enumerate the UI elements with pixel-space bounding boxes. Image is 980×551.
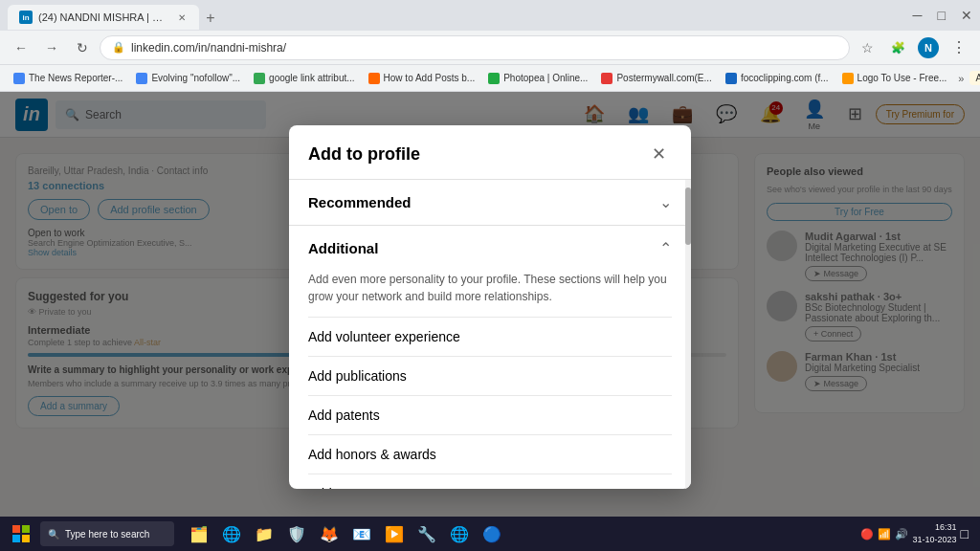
bookmark-label: Photopea | Online... [503, 73, 588, 83]
bookmark-icon [136, 73, 147, 84]
new-tab-button[interactable]: + [199, 7, 222, 30]
extensions-button[interactable]: 🧩 [884, 34, 911, 61]
taskbar: 🔍 Type here to search 🗂️ 🌐 📁 🛡️ 🦊 📧 ▶️ 🔧… [0, 517, 980, 551]
bookmark-all[interactable]: All Bookmarks [969, 71, 980, 85]
url-text: linkedin.com/in/nandni-mishra/ [131, 41, 286, 55]
modal-body[interactable]: Recommended ⌄ Additional ⌃ Add even more… [289, 180, 691, 489]
bookmark-item[interactable]: Logo To Use - Free... [836, 71, 953, 86]
svg-rect-3 [22, 535, 30, 542]
bookmark-icon [601, 73, 612, 84]
bookmark-icon [842, 73, 854, 84]
notification-area[interactable]: 🔴 📶 🔊 [860, 528, 908, 540]
bookmark-item[interactable]: Postermywall.com(E... [595, 71, 717, 86]
taskbar-icon-firefox[interactable]: 🦊 [314, 518, 345, 549]
volume-icon: 🔊 [895, 528, 908, 540]
taskbar-icon-media[interactable]: ▶️ [379, 518, 410, 549]
bookmark-label: How to Add Posts b... [384, 73, 476, 83]
modal-header: Add to profile ✕ [289, 125, 691, 180]
start-button[interactable] [4, 517, 38, 551]
additional-section-content: Add even more personality to your profil… [289, 271, 691, 489]
add-volunteer-item[interactable]: Add volunteer experience [308, 317, 672, 356]
recommended-chevron: ⌄ [659, 193, 672, 211]
svg-rect-0 [12, 525, 20, 533]
red-dot-icon: 🔴 [860, 528, 874, 540]
browser-nav-bar: ← → ↻ 🔒 linkedin.com/in/nandni-mishra/ ☆… [0, 31, 980, 65]
bookmark-label: The News Reporter-... [29, 73, 122, 83]
taskbar-icon-mail[interactable]: 📧 [346, 518, 377, 549]
additional-section-header[interactable]: Additional ⌃ [289, 226, 691, 271]
svg-rect-1 [22, 525, 30, 533]
profile-button[interactable]: N [915, 34, 942, 61]
taskbar-icon-edge[interactable]: 🌐 [444, 518, 475, 549]
additional-section: Additional ⌃ Add even more personality t… [289, 226, 691, 489]
modal-title: Add to profile [308, 144, 420, 165]
taskbar-search-label: Type here to search [65, 529, 149, 540]
active-tab[interactable]: in (24) NANDNI MISHRA | LinkedIn ✕ [8, 5, 199, 30]
show-desktop-button[interactable]: □ [961, 526, 969, 541]
bookmark-item[interactable]: fococlipping.com (f... [720, 71, 835, 86]
forward-button[interactable]: → [38, 34, 65, 61]
add-test-scores-item[interactable]: Add test scores [308, 474, 672, 489]
modal-close-button[interactable]: ✕ [645, 141, 672, 167]
tab-favicon: in [19, 11, 33, 24]
close-window-button[interactable]: ✕ [961, 8, 972, 23]
taskbar-search-icon: 🔍 [48, 529, 59, 540]
taskbar-icon-chrome[interactable]: 🔵 [477, 518, 507, 549]
bookmark-label: Logo To Use - Free... [858, 73, 947, 83]
bookmark-item[interactable]: Evolving "nofollow"... [130, 71, 246, 86]
title-bar: in (24) NANDNI MISHRA | LinkedIn ✕ + ─ □… [0, 0, 980, 31]
taskbar-search[interactable]: 🔍 Type here to search [40, 521, 174, 546]
recommended-section-title: Recommended [308, 194, 412, 210]
bookmark-button[interactable]: ☆ [854, 34, 880, 61]
taskbar-icon-widgets[interactable]: 🗂️ [184, 518, 214, 549]
additional-section-desc: Add even more personality to your profil… [308, 271, 672, 305]
bookmark-icon [368, 73, 380, 84]
window-controls: ─ □ ✕ [913, 8, 972, 23]
date-display: 31-10-2023 [912, 534, 956, 546]
add-patents-item[interactable]: Add patents [308, 395, 672, 434]
recommended-section: Recommended ⌄ [289, 180, 691, 226]
refresh-button[interactable]: ↻ [69, 34, 96, 61]
minimize-button[interactable]: ─ [913, 8, 923, 23]
taskbar-right: 🔴 📶 🔊 16:31 31-10-2023 □ [860, 521, 976, 545]
system-clock[interactable]: 16:31 31-10-2023 [912, 521, 956, 545]
address-bar[interactable]: 🔒 linkedin.com/in/nandni-mishra/ [100, 35, 850, 60]
tab-title: (24) NANDNI MISHRA | LinkedIn [38, 11, 167, 23]
scroll-indicator[interactable] [685, 180, 691, 489]
linkedin-page: in 🔍 Search 🏠 👥 💼 💬 🔔 24 👤 [0, 92, 980, 522]
recommended-section-header[interactable]: Recommended ⌄ [289, 180, 691, 225]
scroll-thumb [685, 187, 691, 245]
bookmark-item[interactable]: How to Add Posts b... [363, 71, 481, 86]
add-honors-item[interactable]: Add honors & awards [308, 434, 672, 474]
time-display: 16:31 [912, 521, 956, 534]
taskbar-icon-browser[interactable]: 🌐 [216, 518, 247, 549]
bookmark-label: google link attribut... [269, 73, 355, 83]
bookmark-item[interactable]: The News Reporter-... [8, 71, 128, 86]
bookmark-icon [725, 73, 737, 84]
maximize-button[interactable]: □ [938, 8, 946, 23]
svg-rect-2 [12, 535, 20, 542]
bookmark-label: Postermywall.com(E... [616, 73, 711, 83]
taskbar-icon-tool[interactable]: 🔧 [412, 518, 442, 549]
bookmark-item[interactable]: Photopea | Online... [482, 71, 593, 86]
additional-chevron: ⌃ [659, 239, 672, 257]
modal-overlay: Add to profile ✕ Recommended ⌄ Additiona… [0, 92, 980, 522]
lock-icon: 🔒 [112, 41, 125, 54]
bookmark-label: fococlipping.com (f... [741, 73, 829, 83]
additional-section-title: Additional [308, 240, 378, 256]
add-publications-item[interactable]: Add publications [308, 356, 672, 395]
bookmark-icon [488, 73, 500, 84]
taskbar-icon-explorer[interactable]: 📁 [249, 518, 279, 549]
menu-button[interactable]: ⋮ [946, 34, 972, 61]
bookmark-icon [254, 73, 265, 84]
taskbar-icon-defender[interactable]: 🛡️ [281, 518, 312, 549]
bookmarks-bar: The News Reporter-... Evolving "nofollow… [0, 65, 980, 92]
network-icon-taskbar: 📶 [878, 528, 891, 540]
taskbar-icons: 🗂️ 🌐 📁 🛡️ 🦊 📧 ▶️ 🔧 🌐 🔵 [184, 518, 507, 549]
tab-close-button[interactable]: ✕ [176, 11, 188, 24]
add-to-profile-modal: Add to profile ✕ Recommended ⌄ Additiona… [289, 125, 691, 489]
bookmark-label: Evolving "nofollow"... [151, 73, 240, 83]
back-button[interactable]: ← [8, 34, 34, 61]
bookmark-item[interactable]: google link attribut... [248, 71, 361, 86]
bookmark-icon [13, 73, 25, 84]
